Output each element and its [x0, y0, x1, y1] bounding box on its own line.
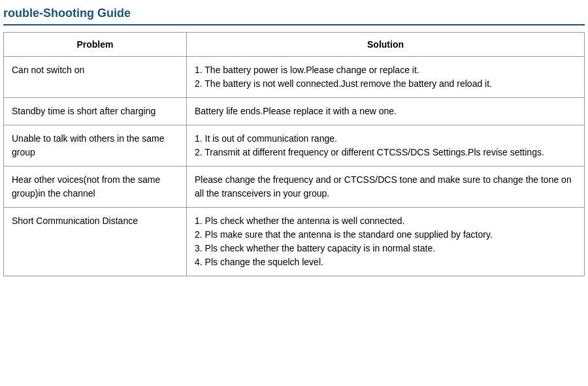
- problem-cell: Short Communication Distance: [4, 208, 187, 276]
- troubleshooting-table: Problem Solution Can not switch on1. The…: [3, 32, 585, 276]
- header-problem: Problem: [4, 33, 187, 57]
- table-row: Short Communication Distance1. Pls check…: [4, 208, 585, 276]
- problem-cell: Unable to talk with others in the same g…: [4, 125, 187, 167]
- table-row: Can not switch on1. The battery power is…: [4, 57, 585, 98]
- solution-cell: Please change the frequency and or CTCSS…: [187, 167, 585, 208]
- table-row: Unable to talk with others in the same g…: [4, 125, 585, 167]
- problem-cell: Can not switch on: [4, 57, 187, 98]
- page-container: rouble-Shooting Guide Problem Solution C…: [0, 0, 588, 283]
- problem-cell: Standby time is short after charging: [4, 98, 187, 125]
- table-row: Hear other voices(not from the same grou…: [4, 167, 585, 208]
- solution-cell: 1. Pls check whether the antenna is well…: [187, 208, 585, 276]
- solution-cell: Battery life ends.Please replace it with…: [187, 98, 585, 125]
- solution-cell: 1. It is out of communication range.2. T…: [187, 125, 585, 167]
- problem-cell: Hear other voices(not from the same grou…: [4, 167, 187, 208]
- page-title: rouble-Shooting Guide: [3, 7, 585, 25]
- solution-cell: 1. The battery power is low.Please chang…: [187, 57, 585, 98]
- header-solution: Solution: [187, 33, 585, 57]
- table-header-row: Problem Solution: [4, 33, 585, 57]
- table-row: Standby time is short after chargingBatt…: [4, 98, 585, 125]
